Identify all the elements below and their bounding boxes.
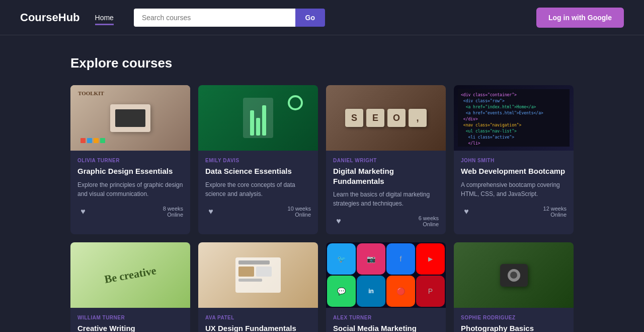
course-image	[454, 242, 574, 308]
header: CourseHub Home Go Log in with Google	[0, 0, 644, 35]
course-card[interactable]: AVA PATEL UX Design Fundamentals Learn t…	[198, 242, 318, 332]
course-image: TOOLKIT	[70, 85, 190, 151]
instructor-name: DANIEL WRIGHT	[333, 158, 439, 163]
main-nav: Home	[95, 13, 114, 22]
course-body: JOHN SMITH Web Development Bootcamp A co…	[454, 151, 574, 225]
favorite-button[interactable]: ♥	[461, 206, 472, 217]
section-title: Explore courses	[70, 55, 574, 71]
login-button[interactable]: Log in with Google	[536, 8, 624, 28]
search-input[interactable]	[134, 9, 295, 27]
course-image	[198, 85, 318, 151]
course-meta: 12 weeks Online	[543, 206, 567, 218]
search-bar: Go	[134, 9, 325, 27]
course-description: Learn the basics of digital marketing st…	[333, 190, 439, 208]
instructor-name: JOHN SMITH	[461, 158, 567, 163]
course-image: Be creative	[70, 242, 190, 308]
course-image: S E O ,	[326, 85, 446, 151]
courses-grid: TOOLKIT OLIVIA TURNER Graphic Design Ess…	[70, 85, 574, 332]
course-meta: 10 weeks Online	[288, 206, 311, 218]
weeks-label: 10 weeks	[288, 206, 311, 212]
course-image: 🐦 📷 f ▶ 💬 in 🔴 P	[326, 242, 446, 308]
course-title: UX Design Fundamentals	[205, 323, 311, 332]
mode-label: Online	[163, 212, 183, 218]
course-footer: ♥ 12 weeks Online	[461, 206, 567, 218]
instructor-name: ALEX TURNER	[333, 315, 439, 320]
weeks-label: 8 weeks	[163, 206, 183, 212]
course-card[interactable]: Be creative WILLIAM TURNER Creative Writ…	[70, 242, 190, 332]
mode-label: Online	[419, 221, 439, 227]
course-card[interactable]: EMILY DAVIS Data Science Essentials Expl…	[198, 85, 318, 234]
course-image: <div class="container"> <div class="row"…	[454, 85, 574, 151]
course-body: ALEX TURNER Social Media Marketing Maste…	[326, 308, 446, 332]
course-title: Web Development Bootcamp	[461, 166, 567, 176]
logo: CourseHub	[20, 11, 80, 24]
course-description: Explore the core concepts of data scienc…	[205, 180, 311, 198]
course-title: Photography Basics	[461, 323, 567, 332]
course-title: Creative Writing	[77, 323, 183, 332]
mode-label: Online	[543, 212, 567, 218]
course-card[interactable]: 🐦 📷 f ▶ 💬 in 🔴 P ALEX TURNER Social Medi…	[326, 242, 446, 332]
course-title: Graphic Design Essentials	[77, 166, 183, 176]
course-body: OLIVIA TURNER Graphic Design Essentials …	[70, 151, 190, 225]
weeks-label: 6 weeks	[419, 215, 439, 221]
course-description: A comprehensive bootcamp covering HTML, …	[461, 180, 567, 198]
instructor-name: AVA PATEL	[205, 315, 311, 320]
favorite-button[interactable]: ♥	[77, 206, 89, 217]
course-body: SOPHIE RODRIGUEZ Photography Basics Lear…	[454, 308, 574, 332]
course-meta: 8 weeks Online	[163, 206, 183, 218]
favorite-button[interactable]: ♥	[205, 206, 216, 217]
instructor-name: SOPHIE RODRIGUEZ	[461, 315, 567, 320]
weeks-label: 12 weeks	[543, 206, 567, 212]
course-image	[198, 242, 318, 308]
course-meta: 6 weeks Online	[419, 215, 439, 227]
course-description: Explore the principles of graphic design…	[77, 180, 183, 198]
course-card[interactable]: TOOLKIT OLIVIA TURNER Graphic Design Ess…	[70, 85, 190, 234]
course-card[interactable]: S E O , DANIEL WRIGHT Digital Marketing …	[326, 85, 446, 234]
instructor-name: EMILY DAVIS	[205, 158, 311, 163]
course-footer: ♥ 8 weeks Online	[77, 206, 183, 218]
course-card[interactable]: SOPHIE RODRIGUEZ Photography Basics Lear…	[454, 242, 574, 332]
search-button[interactable]: Go	[295, 9, 325, 27]
course-title: Digital Marketing Fundamentals	[333, 166, 439, 186]
course-footer: ♥ 6 weeks Online	[333, 215, 439, 227]
course-body: EMILY DAVIS Data Science Essentials Expl…	[198, 151, 318, 225]
nav-home[interactable]: Home	[95, 14, 114, 25]
course-body: DANIEL WRIGHT Digital Marketing Fundamen…	[326, 151, 446, 234]
course-card[interactable]: <div class="container"> <div class="row"…	[454, 85, 574, 234]
course-title: Social Media Marketing	[333, 323, 439, 332]
main-content: Explore courses TOOLKIT OLIVIA TURNER	[0, 35, 644, 332]
mode-label: Online	[288, 212, 311, 218]
favorite-button[interactable]: ♥	[333, 216, 344, 227]
course-body: WILLIAM TURNER Creative Writing Develop …	[70, 308, 190, 332]
course-title: Data Science Essentials	[205, 166, 311, 176]
course-footer: ♥ 10 weeks Online	[205, 206, 311, 218]
instructor-name: WILLIAM TURNER	[77, 315, 183, 320]
course-body: AVA PATEL UX Design Fundamentals Learn t…	[198, 308, 318, 332]
instructor-name: OLIVIA TURNER	[77, 158, 183, 163]
